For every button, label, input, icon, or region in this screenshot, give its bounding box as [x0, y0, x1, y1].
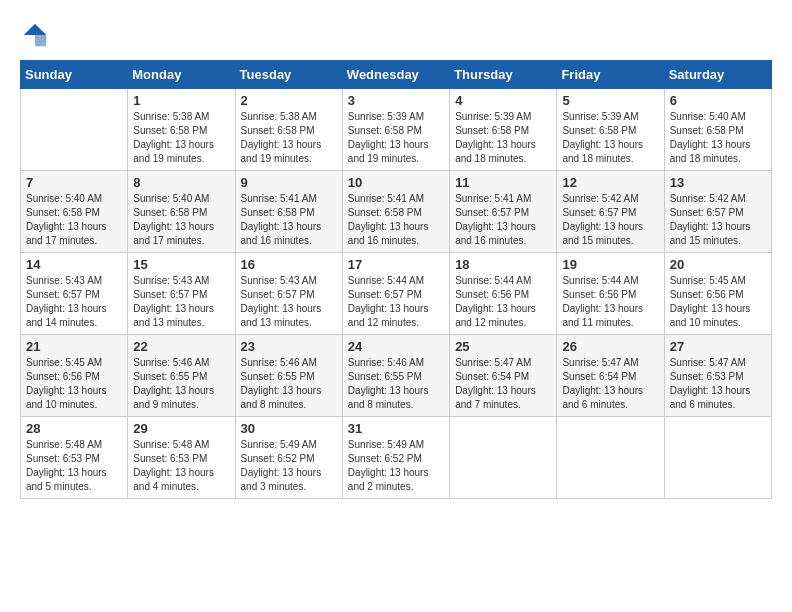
day-info: Sunrise: 5:49 AM Sunset: 6:52 PM Dayligh… [348, 438, 444, 494]
day-number: 22 [133, 339, 229, 354]
day-number: 4 [455, 93, 551, 108]
calendar-header-saturday: Saturday [664, 61, 771, 89]
calendar-cell: 22Sunrise: 5:46 AM Sunset: 6:55 PM Dayli… [128, 335, 235, 417]
day-number: 19 [562, 257, 658, 272]
day-number: 9 [241, 175, 337, 190]
day-number: 16 [241, 257, 337, 272]
day-number: 15 [133, 257, 229, 272]
calendar-cell: 16Sunrise: 5:43 AM Sunset: 6:57 PM Dayli… [235, 253, 342, 335]
day-info: Sunrise: 5:39 AM Sunset: 6:58 PM Dayligh… [562, 110, 658, 166]
calendar-week-row: 1Sunrise: 5:38 AM Sunset: 6:58 PM Daylig… [21, 89, 772, 171]
day-number: 18 [455, 257, 551, 272]
day-number: 13 [670, 175, 766, 190]
calendar-header-tuesday: Tuesday [235, 61, 342, 89]
day-number: 8 [133, 175, 229, 190]
calendar-cell: 9Sunrise: 5:41 AM Sunset: 6:58 PM Daylig… [235, 171, 342, 253]
calendar-cell: 10Sunrise: 5:41 AM Sunset: 6:58 PM Dayli… [342, 171, 449, 253]
calendar-table: SundayMondayTuesdayWednesdayThursdayFrid… [20, 60, 772, 499]
calendar-week-row: 28Sunrise: 5:48 AM Sunset: 6:53 PM Dayli… [21, 417, 772, 499]
day-number: 7 [26, 175, 122, 190]
day-number: 25 [455, 339, 551, 354]
day-number: 31 [348, 421, 444, 436]
day-info: Sunrise: 5:44 AM Sunset: 6:57 PM Dayligh… [348, 274, 444, 330]
day-info: Sunrise: 5:47 AM Sunset: 6:54 PM Dayligh… [562, 356, 658, 412]
calendar-cell: 6Sunrise: 5:40 AM Sunset: 6:58 PM Daylig… [664, 89, 771, 171]
calendar-cell: 8Sunrise: 5:40 AM Sunset: 6:58 PM Daylig… [128, 171, 235, 253]
calendar-header-monday: Monday [128, 61, 235, 89]
day-info: Sunrise: 5:40 AM Sunset: 6:58 PM Dayligh… [670, 110, 766, 166]
calendar-cell: 21Sunrise: 5:45 AM Sunset: 6:56 PM Dayli… [21, 335, 128, 417]
calendar-cell: 15Sunrise: 5:43 AM Sunset: 6:57 PM Dayli… [128, 253, 235, 335]
page-header [20, 20, 772, 50]
calendar-cell [450, 417, 557, 499]
calendar-cell: 7Sunrise: 5:40 AM Sunset: 6:58 PM Daylig… [21, 171, 128, 253]
calendar-week-row: 14Sunrise: 5:43 AM Sunset: 6:57 PM Dayli… [21, 253, 772, 335]
day-info: Sunrise: 5:46 AM Sunset: 6:55 PM Dayligh… [133, 356, 229, 412]
day-info: Sunrise: 5:43 AM Sunset: 6:57 PM Dayligh… [241, 274, 337, 330]
day-number: 12 [562, 175, 658, 190]
day-info: Sunrise: 5:46 AM Sunset: 6:55 PM Dayligh… [241, 356, 337, 412]
day-info: Sunrise: 5:45 AM Sunset: 6:56 PM Dayligh… [26, 356, 122, 412]
day-info: Sunrise: 5:38 AM Sunset: 6:58 PM Dayligh… [133, 110, 229, 166]
day-info: Sunrise: 5:39 AM Sunset: 6:58 PM Dayligh… [455, 110, 551, 166]
calendar-cell: 28Sunrise: 5:48 AM Sunset: 6:53 PM Dayli… [21, 417, 128, 499]
calendar-cell: 29Sunrise: 5:48 AM Sunset: 6:53 PM Dayli… [128, 417, 235, 499]
day-number: 26 [562, 339, 658, 354]
calendar-cell: 12Sunrise: 5:42 AM Sunset: 6:57 PM Dayli… [557, 171, 664, 253]
calendar-cell: 26Sunrise: 5:47 AM Sunset: 6:54 PM Dayli… [557, 335, 664, 417]
calendar-cell [21, 89, 128, 171]
calendar-cell: 19Sunrise: 5:44 AM Sunset: 6:56 PM Dayli… [557, 253, 664, 335]
calendar-week-row: 21Sunrise: 5:45 AM Sunset: 6:56 PM Dayli… [21, 335, 772, 417]
day-number: 3 [348, 93, 444, 108]
calendar-cell: 23Sunrise: 5:46 AM Sunset: 6:55 PM Dayli… [235, 335, 342, 417]
day-number: 14 [26, 257, 122, 272]
calendar-header-wednesday: Wednesday [342, 61, 449, 89]
calendar-cell: 5Sunrise: 5:39 AM Sunset: 6:58 PM Daylig… [557, 89, 664, 171]
day-info: Sunrise: 5:49 AM Sunset: 6:52 PM Dayligh… [241, 438, 337, 494]
day-number: 24 [348, 339, 444, 354]
calendar-cell: 18Sunrise: 5:44 AM Sunset: 6:56 PM Dayli… [450, 253, 557, 335]
calendar-cell: 27Sunrise: 5:47 AM Sunset: 6:53 PM Dayli… [664, 335, 771, 417]
day-info: Sunrise: 5:47 AM Sunset: 6:54 PM Dayligh… [455, 356, 551, 412]
day-info: Sunrise: 5:41 AM Sunset: 6:57 PM Dayligh… [455, 192, 551, 248]
day-info: Sunrise: 5:45 AM Sunset: 6:56 PM Dayligh… [670, 274, 766, 330]
day-number: 29 [133, 421, 229, 436]
calendar-cell [557, 417, 664, 499]
day-info: Sunrise: 5:38 AM Sunset: 6:58 PM Dayligh… [241, 110, 337, 166]
day-info: Sunrise: 5:41 AM Sunset: 6:58 PM Dayligh… [241, 192, 337, 248]
calendar-cell: 4Sunrise: 5:39 AM Sunset: 6:58 PM Daylig… [450, 89, 557, 171]
day-number: 11 [455, 175, 551, 190]
calendar-cell: 13Sunrise: 5:42 AM Sunset: 6:57 PM Dayli… [664, 171, 771, 253]
day-info: Sunrise: 5:42 AM Sunset: 6:57 PM Dayligh… [670, 192, 766, 248]
calendar-cell: 24Sunrise: 5:46 AM Sunset: 6:55 PM Dayli… [342, 335, 449, 417]
day-number: 27 [670, 339, 766, 354]
day-info: Sunrise: 5:46 AM Sunset: 6:55 PM Dayligh… [348, 356, 444, 412]
day-info: Sunrise: 5:40 AM Sunset: 6:58 PM Dayligh… [133, 192, 229, 248]
calendar-cell: 3Sunrise: 5:39 AM Sunset: 6:58 PM Daylig… [342, 89, 449, 171]
calendar-cell: 30Sunrise: 5:49 AM Sunset: 6:52 PM Dayli… [235, 417, 342, 499]
day-number: 23 [241, 339, 337, 354]
day-number: 1 [133, 93, 229, 108]
calendar-cell: 20Sunrise: 5:45 AM Sunset: 6:56 PM Dayli… [664, 253, 771, 335]
day-number: 28 [26, 421, 122, 436]
day-number: 17 [348, 257, 444, 272]
calendar-header-friday: Friday [557, 61, 664, 89]
calendar-cell: 2Sunrise: 5:38 AM Sunset: 6:58 PM Daylig… [235, 89, 342, 171]
day-number: 30 [241, 421, 337, 436]
calendar-cell: 17Sunrise: 5:44 AM Sunset: 6:57 PM Dayli… [342, 253, 449, 335]
logo-icon [20, 20, 50, 50]
day-info: Sunrise: 5:40 AM Sunset: 6:58 PM Dayligh… [26, 192, 122, 248]
day-info: Sunrise: 5:44 AM Sunset: 6:56 PM Dayligh… [455, 274, 551, 330]
calendar-cell: 11Sunrise: 5:41 AM Sunset: 6:57 PM Dayli… [450, 171, 557, 253]
day-info: Sunrise: 5:43 AM Sunset: 6:57 PM Dayligh… [26, 274, 122, 330]
calendar-header-sunday: Sunday [21, 61, 128, 89]
day-number: 10 [348, 175, 444, 190]
calendar-cell: 25Sunrise: 5:47 AM Sunset: 6:54 PM Dayli… [450, 335, 557, 417]
calendar-cell: 31Sunrise: 5:49 AM Sunset: 6:52 PM Dayli… [342, 417, 449, 499]
calendar-header-row: SundayMondayTuesdayWednesdayThursdayFrid… [21, 61, 772, 89]
svg-marker-0 [24, 24, 47, 35]
day-number: 5 [562, 93, 658, 108]
day-number: 21 [26, 339, 122, 354]
calendar-cell: 14Sunrise: 5:43 AM Sunset: 6:57 PM Dayli… [21, 253, 128, 335]
svg-marker-1 [35, 35, 46, 46]
